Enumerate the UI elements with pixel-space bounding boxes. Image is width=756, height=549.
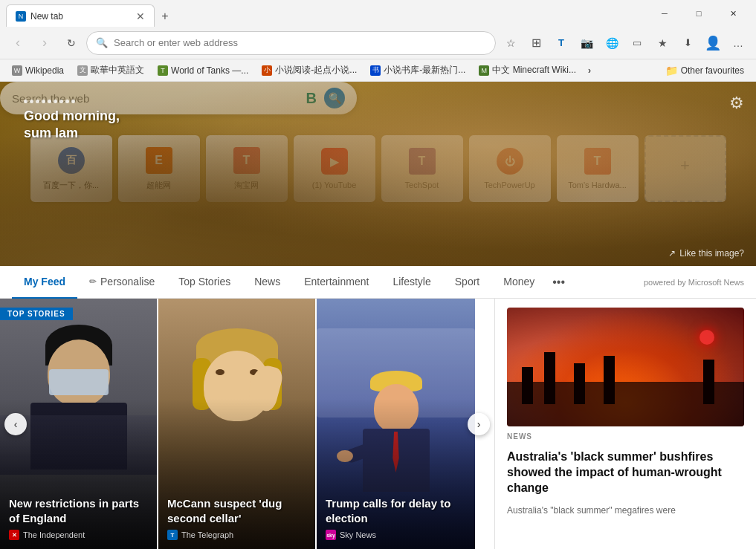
source-icon: T [167,530,178,540]
bookmark-label: World of Tanks —... [171,65,248,76]
downloads-button[interactable]: ⬇ [676,31,700,55]
bookmark-label: 中文 Minecraft Wiki... [492,64,576,77]
greeting-block: Good morning, sum lam [24,100,120,143]
translate-button[interactable]: T [549,31,573,55]
side-news-image[interactable] [507,308,744,426]
carousel-inner: TOP STORIES New restrictions in parts of… [0,299,494,549]
refresh-button[interactable]: ↻ [59,31,83,55]
bookmark-label: 歐華中英語文 [91,64,144,77]
card-source: sky Sky News [326,530,466,540]
tree3 [574,363,585,404]
like-image-label: Like this image? [679,248,744,259]
tab-label: Lifestyle [392,276,430,288]
bookmark-novel1[interactable]: 小 小说阅读-起点小说... [256,62,363,78]
tab-news[interactable]: News [242,266,292,299]
like-image-icon: ↗ [668,248,676,259]
navigation-bar: ‹ › ↻ 🔍 Search or enter web address ☆ ⊞ … [0,27,756,59]
close-button[interactable]: ✕ [716,1,750,25]
bookmark-label: 小说书库-最新热门... [384,64,465,77]
tab-money[interactable]: Money [491,266,546,299]
collections-button[interactable]: ⊞ [524,31,548,55]
profile-button[interactable]: 👤 [701,31,725,55]
tab-label: Personalise [100,276,155,288]
card-title: New restrictions in parts of England [9,496,148,525]
tree1 [522,367,533,404]
news-card-trump[interactable]: Trump calls for delay to election sky Sk… [317,299,475,549]
pencil-icon: ✏ [89,276,97,287]
tab-my-feed[interactable]: My Feed [12,266,77,299]
tab-sport[interactable]: Sport [443,266,491,299]
bookmarks-more-button[interactable]: › [584,64,595,77]
bookmark-icon: T [158,65,168,76]
tab-lifestyle[interactable]: Lifestyle [381,266,442,299]
like-image-button[interactable]: ↗ Like this image? [668,248,744,259]
carousel-right-arrow[interactable]: › [468,413,490,435]
settings-gear-button[interactable]: ⚙ [729,94,744,113]
news-carousel: TOP STORIES New restrictions in parts of… [0,299,494,549]
bookmark-icon: 书 [370,65,381,76]
bookmark-wikipedia[interactable]: W Wikipedia [6,64,70,77]
news-card-mccann[interactable]: McCann suspect 'dug second cellar' T The… [158,299,317,549]
bookmark-novel2[interactable]: 书 小说书库-最新热门... [364,62,471,78]
new-tab-button[interactable]: + [155,6,175,27]
more-button[interactable]: … [726,31,750,55]
greeting-text: Good morning, sum lam [24,108,120,143]
tab-label: Entertainment [304,276,369,288]
card-content: McCann suspect 'dug second cellar' T The… [158,487,315,549]
source-name: The Independent [23,530,85,539]
source-name: Sky News [340,530,376,539]
source-icon: ✕ [9,530,19,540]
camera-button[interactable]: 📷 [575,31,598,55]
tree5 [703,360,714,404]
source-icon: sky [326,530,336,540]
star-icon: ☆ [506,37,516,49]
greeting-menu-icon[interactable] [24,100,120,103]
translate-icon: T [558,37,564,48]
tab-personalise[interactable]: ✏ Personalise [77,266,167,299]
refresh-icon: ↻ [67,37,76,49]
tab-label: Sport [455,276,479,288]
source-name: The Telegraph [181,530,233,539]
bookmark-minecraft[interactable]: M 中文 Minecraft Wiki... [473,62,582,78]
address-bar[interactable]: 🔍 Search or enter web address [86,31,496,55]
other-favorites-button[interactable]: 📁 Other favourites [659,63,750,78]
bookmark-icon: M [479,65,489,76]
forward-button[interactable]: › [33,31,56,55]
reading-view-button[interactable]: ▭ [625,31,649,55]
title-bar: N New tab ✕ + ─ □ ✕ [0,0,756,27]
tab-top-stories[interactable]: Top Stories [167,266,242,299]
bookmark-label: Wikipedia [25,65,64,76]
feed-section: My Feed ✏ Personalise Top Stories News E… [0,266,756,549]
maximize-button[interactable]: □ [682,1,716,25]
tab-label: News [254,276,280,288]
card-source: ✕ The Independent [9,530,148,540]
tab-close-button[interactable]: ✕ [136,10,145,22]
minimize-button[interactable]: ─ [647,1,682,25]
favorites-star-button[interactable]: ☆ [499,31,523,55]
side-news-panel: NEWS Australia's 'black summer' bushfire… [494,299,756,549]
globe-icon: 🌐 [606,37,618,49]
forward-icon: › [42,35,47,51]
bookmark-icon: 文 [77,65,88,76]
bookmark-wot[interactable]: T World of Tanks —... [152,64,254,77]
side-news-title[interactable]: Australia's 'black summer' bushfires sho… [507,449,744,496]
card-title: Trump calls for delay to election [326,496,466,525]
favorites-button[interactable]: ★ [650,31,674,55]
active-tab[interactable]: N New tab ✕ [6,4,155,27]
bookmark-icon: 小 [262,65,272,76]
more-chevron-icon: › [588,65,591,76]
bookmarks-bar: W Wikipedia 文 歐華中英語文 T World of Tanks —.… [0,59,756,82]
globe-button[interactable]: 🌐 [600,31,624,55]
more-dots-icon: ••• [552,276,565,288]
search-icon: 🔍 [96,37,108,48]
feed-more-button[interactable]: ••• [546,276,571,289]
back-button[interactable]: ‹ [6,31,30,55]
tab-label: My Feed [24,276,65,288]
tab-entertainment[interactable]: Entertainment [292,266,381,299]
bookmark-chinese[interactable]: 文 歐華中英語文 [71,62,150,78]
tree2 [544,352,555,404]
carousel-left-arrow[interactable]: ‹ [4,413,27,435]
top-stories-badge: TOP STORIES [0,308,73,320]
address-text: Search or enter web address [114,37,486,48]
newtab-page: Good morning, sum lam B 🔍 百 百度一下，你... [0,82,756,549]
